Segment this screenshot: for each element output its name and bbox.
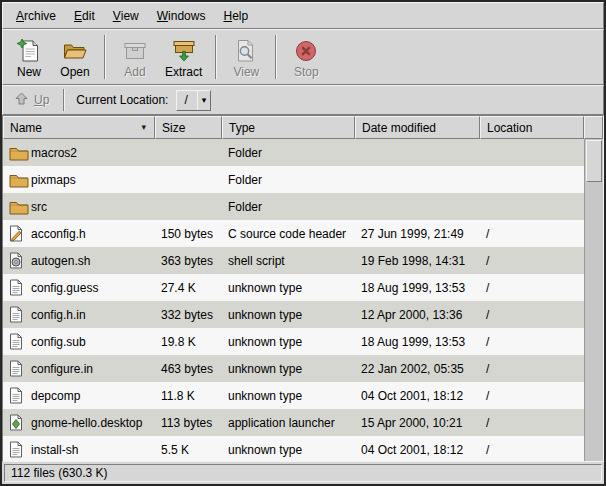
document-icon	[9, 387, 31, 404]
vertical-scrollbar[interactable]	[584, 139, 603, 461]
table-header-row: Name ▾ Size Type Date modified Location	[3, 116, 603, 139]
stop-icon	[293, 37, 319, 64]
up-arrow-icon	[14, 91, 29, 109]
cell-location: /	[480, 274, 584, 301]
cell-name: src	[3, 193, 155, 220]
toolbar-separator	[104, 35, 106, 79]
toolbar-new-button[interactable]: New	[6, 32, 52, 82]
toolbar: New Open Add Extract View Stop	[2, 29, 604, 85]
cell-location: /	[480, 382, 584, 409]
cell-size: 463 bytes	[155, 355, 222, 382]
table-row[interactable]: acconfig.h 150 bytes C source code heade…	[3, 220, 584, 247]
cell-type: application launcher	[222, 409, 355, 436]
c-header-file-icon	[9, 225, 31, 242]
location-combo[interactable]: / ▾	[176, 90, 211, 111]
column-header-size[interactable]: Size	[155, 116, 222, 139]
cell-size: 5.5 K	[155, 436, 222, 461]
cell-type: C source code header	[222, 220, 355, 247]
file-list: macros2 Folder pixmaps Folder src Folder…	[3, 139, 584, 461]
cell-date-modified: 18 Aug 1999, 13:53	[355, 328, 480, 355]
cell-type: Folder	[222, 193, 355, 220]
table-row[interactable]: gnome-hello.desktop 113 bytes applicatio…	[3, 409, 584, 436]
cell-name: acconfig.h	[3, 220, 155, 247]
document-icon	[9, 441, 31, 458]
toolbar-view-button[interactable]: View	[223, 32, 269, 82]
document-icon	[9, 360, 31, 377]
table-row[interactable]: configure.in 463 bytes unknown type 22 J…	[3, 355, 584, 382]
cell-date-modified: 04 Oct 2001, 18:12	[355, 436, 480, 461]
table-row[interactable]: config.sub 19.8 K unknown type 18 Aug 19…	[3, 328, 584, 355]
cell-size	[155, 139, 222, 166]
table-row[interactable]: install-sh 5.5 K unknown type 04 Oct 200…	[3, 436, 584, 461]
cell-date-modified: 04 Oct 2001, 18:12	[355, 382, 480, 409]
cell-type: Folder	[222, 139, 355, 166]
cell-date-modified	[355, 166, 480, 193]
file-table: Name ▾ Size Type Date modified Location …	[2, 115, 604, 462]
cell-date-modified	[355, 139, 480, 166]
cell-date-modified: 27 Jun 1999, 21:49	[355, 220, 480, 247]
toolbar-add-button[interactable]: Add	[112, 32, 158, 82]
table-row[interactable]: pixmaps Folder	[3, 166, 584, 193]
table-row[interactable]: config.guess 27.4 K unknown type 18 Aug …	[3, 274, 584, 301]
column-header-name[interactable]: Name ▾	[3, 116, 155, 139]
table-row[interactable]: src Folder	[3, 193, 584, 220]
cell-date-modified: 18 Aug 1999, 13:53	[355, 274, 480, 301]
menu-view[interactable]: View	[104, 3, 148, 28]
cell-type: unknown type	[222, 355, 355, 382]
sort-arrow-icon[interactable]: ▾	[139, 121, 148, 134]
location-combo-value: /	[177, 91, 196, 110]
cell-size: 11.8 K	[155, 382, 222, 409]
archive-manager-window: ArchiveEditViewWindowsHelp New Open Add …	[0, 0, 606, 486]
folder-icon	[9, 145, 31, 161]
table-row[interactable]: macros2 Folder	[3, 139, 584, 166]
cell-size	[155, 166, 222, 193]
table-row[interactable]: config.h.in 332 bytes unknown type 12 Ap…	[3, 301, 584, 328]
column-header-location[interactable]: Location	[480, 116, 584, 139]
cell-location: /	[480, 220, 584, 247]
cell-name: depcomp	[3, 382, 155, 409]
column-header-date-modified[interactable]: Date modified	[355, 116, 480, 139]
cell-name: configure.in	[3, 355, 155, 382]
cell-location	[480, 139, 584, 166]
open-archive-icon	[62, 37, 88, 64]
up-button[interactable]: Up	[7, 88, 56, 112]
launcher-icon	[9, 414, 31, 431]
cell-location	[480, 166, 584, 193]
table-row[interactable]: depcomp 11.8 K unknown type 04 Oct 2001,…	[3, 382, 584, 409]
location-bar-separator	[63, 89, 65, 111]
cell-type: shell script	[222, 247, 355, 274]
toolbar-extract-button[interactable]: Extract	[158, 32, 209, 82]
cell-name: autogen.sh	[3, 247, 155, 274]
toolbar-stop-button[interactable]: Stop	[283, 32, 329, 82]
cell-name: macros2	[3, 139, 155, 166]
chevron-down-icon: ▾	[197, 91, 211, 110]
cell-size: 113 bytes	[155, 409, 222, 436]
menu-edit[interactable]: Edit	[65, 3, 104, 28]
cell-location: /	[480, 436, 584, 461]
cell-name: config.sub	[3, 328, 155, 355]
new-archive-icon	[16, 37, 42, 64]
column-header-type[interactable]: Type	[222, 116, 355, 139]
cell-location: /	[480, 328, 584, 355]
up-button-label: Up	[34, 93, 49, 107]
extract-icon	[171, 37, 197, 64]
menu-archive[interactable]: Archive	[7, 3, 65, 28]
menu-windows[interactable]: Windows	[148, 3, 215, 28]
cell-date-modified: 12 Apr 2000, 13:36	[355, 301, 480, 328]
cell-size	[155, 193, 222, 220]
status-text: 112 files (630.3 K)	[11, 466, 108, 480]
cell-size: 363 bytes	[155, 247, 222, 274]
menu-help[interactable]: Help	[214, 3, 257, 28]
table-row[interactable]: autogen.sh 363 bytes shell script 19 Feb…	[3, 247, 584, 274]
cell-name: config.guess	[3, 274, 155, 301]
document-icon	[9, 306, 31, 323]
toolbar-open-button[interactable]: Open	[52, 32, 98, 82]
document-icon	[9, 333, 31, 350]
cell-type: unknown type	[222, 301, 355, 328]
cell-size: 332 bytes	[155, 301, 222, 328]
scrollbar-thumb[interactable]	[586, 140, 602, 182]
document-icon	[9, 279, 31, 296]
cell-location: /	[480, 301, 584, 328]
cell-size: 150 bytes	[155, 220, 222, 247]
cell-name: install-sh	[3, 436, 155, 461]
